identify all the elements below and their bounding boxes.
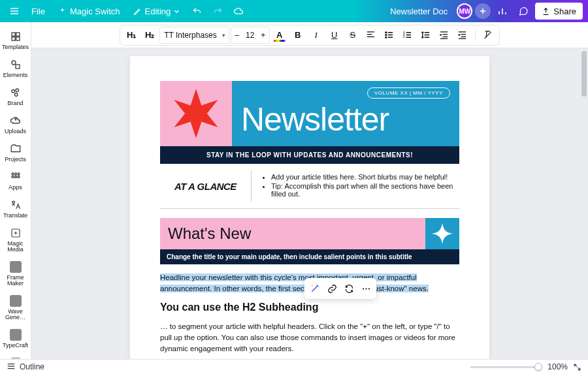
add-member-button[interactable]	[475, 3, 491, 19]
undo-button[interactable]	[188, 2, 206, 20]
canvas-scroll[interactable]: VOLUME XX | MM / YYYY Newsletter STAY IN…	[31, 48, 588, 359]
indent-increase-button[interactable]	[454, 27, 471, 44]
sidebar-item-label: Apps	[8, 185, 22, 191]
editor-main: H₁ H₂ TT Interphases – 12 + A B I U S 12…	[31, 22, 588, 359]
doc-name[interactable]: Newsletter Doc	[384, 7, 454, 16]
indent-decrease-button[interactable]	[436, 27, 453, 44]
whats-new-header[interactable]: What's New	[160, 218, 459, 249]
chevron-down-icon	[174, 8, 180, 14]
projects-icon	[9, 142, 22, 155]
zoom-value[interactable]: 100%	[547, 362, 568, 371]
avatar[interactable]: MW	[457, 3, 472, 19]
at-a-glance-row[interactable]: AT A GLANCE Add your article titles here…	[160, 170, 459, 209]
svg-point-19	[385, 37, 387, 38]
comment-button[interactable]	[514, 2, 532, 20]
svg-rect-0	[12, 33, 15, 36]
font-size-value[interactable]: 12	[243, 31, 257, 40]
sidebar-item-brand[interactable]: Brand	[0, 82, 31, 110]
apps-icon	[9, 170, 22, 183]
sidebar-item-projects[interactable]: Projects	[0, 138, 31, 166]
svg-point-14	[18, 176, 20, 178]
italic-button[interactable]: I	[308, 27, 325, 44]
hamburger-icon[interactable]	[5, 2, 24, 20]
sidebar-item-templates[interactable]: Templates	[0, 26, 31, 54]
sidebar-item-label: Elements	[3, 72, 28, 78]
whats-new-title[interactable]: What's New	[168, 225, 251, 243]
magic-switch-button[interactable]: Magic Switch	[53, 2, 125, 20]
cloud-sync-icon[interactable]	[229, 2, 248, 20]
svg-point-13	[14, 176, 16, 178]
line-spacing-button[interactable]	[417, 27, 434, 44]
loop-strip[interactable]: STAY IN THE LOOP WITH UPDATES AND ANNOUN…	[160, 146, 459, 164]
font-color-button[interactable]: A	[271, 27, 288, 44]
sidebar-item-typecraft[interactable]: TypeCraft	[0, 324, 31, 352]
sidebar-item-label: Magic Media	[0, 241, 31, 253]
bold-button[interactable]: B	[289, 27, 306, 44]
glance-bullet[interactable]: Tip: Accomplish this part when all the s…	[271, 182, 459, 198]
clear-formatting-button[interactable]	[480, 27, 497, 44]
svg-point-24	[312, 285, 313, 287]
hero-title[interactable]: Newsletter	[241, 103, 389, 136]
sidebar-item-elements[interactable]: Elements	[0, 54, 31, 82]
svg-point-7	[16, 89, 19, 92]
share-button[interactable]: Share	[535, 3, 583, 20]
magic-write-button[interactable]	[307, 281, 323, 296]
document-page[interactable]: VOLUME XX | MM / YYYY Newsletter STAY IN…	[130, 56, 489, 359]
font-size-decrease[interactable]: –	[231, 31, 243, 40]
link-button[interactable]	[324, 281, 340, 296]
file-menu[interactable]: File	[26, 2, 50, 20]
templates-icon	[9, 30, 22, 43]
hero-block[interactable]: VOLUME XX | MM / YYYY Newsletter	[160, 81, 459, 146]
heading1-button[interactable]: H₁	[123, 27, 140, 44]
glance-bullet[interactable]: Add your article titles here. Short blur…	[271, 173, 459, 181]
svg-point-12	[12, 176, 14, 178]
sidebar-item-label: Translate	[3, 213, 27, 219]
pencil-icon	[133, 7, 142, 16]
numbered-list-button[interactable]: 123	[399, 27, 416, 44]
svg-point-9	[12, 173, 14, 175]
sidebar-collapse-button[interactable]	[0, 352, 31, 359]
underline-button[interactable]: U	[326, 27, 343, 44]
h2-heading[interactable]: You can use the H2 Subheading	[160, 302, 459, 313]
outline-icon[interactable]	[7, 362, 16, 371]
editing-mode-dropdown[interactable]: Editing	[128, 2, 186, 20]
sidebar-item-wave-gen[interactable]: Wave Gene…	[0, 290, 31, 324]
sidebar-item-magic-media[interactable]: Magic Media	[0, 223, 31, 257]
sidebar-item-apps[interactable]: Apps	[0, 166, 31, 195]
align-button[interactable]	[363, 27, 380, 44]
sidebar-item-translate[interactable]: Translate	[0, 195, 31, 223]
at-a-glance-label: AT A GLANCE	[160, 170, 252, 202]
subtitle-strip[interactable]: Change the title to your main update, th…	[160, 249, 459, 264]
hero-star-panel	[160, 81, 232, 146]
sidebar-item-uploads[interactable]: Uploads	[0, 110, 31, 138]
sidebar-item-label: Frame Maker	[0, 275, 31, 287]
star-icon	[169, 86, 223, 141]
vertical-scrollbar[interactable]	[581, 51, 587, 356]
svg-rect-5	[16, 65, 20, 69]
analytics-button[interactable]	[493, 2, 512, 20]
body-paragraph[interactable]: … to segment your article with helpful h…	[160, 321, 459, 354]
outline-label[interactable]: Outline	[20, 362, 44, 371]
zoom-slider[interactable]	[470, 366, 542, 368]
svg-text:3: 3	[403, 35, 405, 39]
sidebar-item-frame-maker[interactable]: Frame Maker	[0, 257, 31, 290]
svg-point-18	[385, 35, 387, 36]
regenerate-button[interactable]	[341, 281, 357, 296]
redo-button[interactable]	[208, 2, 227, 20]
sparkle-panel	[425, 218, 459, 249]
svg-rect-1	[16, 33, 19, 36]
more-options-button[interactable]	[358, 281, 374, 296]
scroll-thumb[interactable]	[581, 51, 587, 97]
zoom-thumb[interactable]	[534, 363, 542, 371]
bullet-list-button[interactable]	[381, 27, 398, 44]
expand-icon[interactable]	[573, 363, 581, 371]
font-size-increase[interactable]: +	[257, 31, 269, 40]
heading2-button[interactable]: H₂	[141, 27, 158, 44]
at-a-glance-content[interactable]: Add your article titles here. Short blur…	[252, 170, 459, 202]
font-family-select[interactable]: TT Interphases	[159, 27, 229, 44]
frame-icon	[9, 260, 22, 273]
font-size-stepper[interactable]: – 12 +	[231, 27, 270, 44]
sidebar-item-label: Uploads	[5, 129, 26, 134]
translate-icon	[9, 198, 22, 211]
strikethrough-button[interactable]: S	[344, 27, 361, 44]
